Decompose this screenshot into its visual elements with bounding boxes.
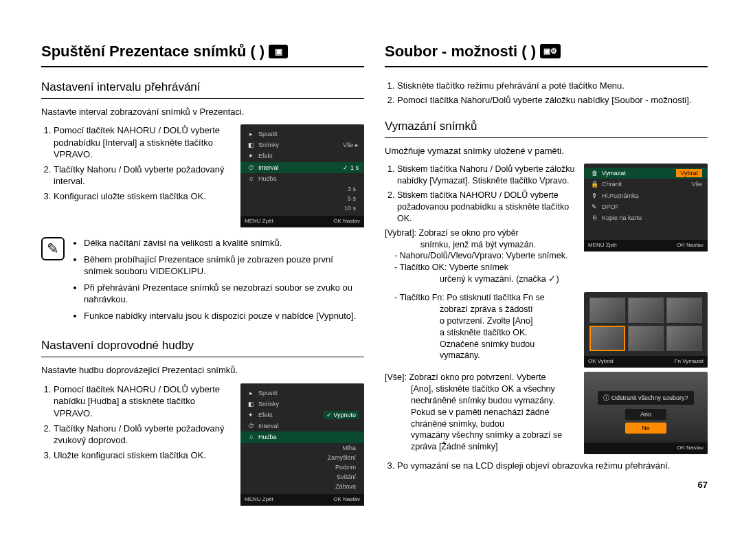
- delete-lcd: 🗑VymazatVybrat 🔒ChránitVše 🎙Hl.Poznámka …: [584, 164, 708, 251]
- music-step: Pomocí tlačítek NAHORU / DOLŮ vyberte na…: [54, 383, 232, 420]
- left-h1-text: Spuštění Prezentace snímků ( ): [41, 41, 265, 62]
- vse-line: Pokud se v paměti nenachází žádné chráně…: [411, 407, 576, 430]
- mic-icon: 🎙: [589, 192, 599, 200]
- file-options-icon: ▣⚙: [540, 44, 561, 58]
- interval-intro: Nastavte interval zobrazování snímků v P…: [41, 106, 364, 118]
- lock-icon: 🔒: [589, 180, 599, 188]
- page-number: 67: [385, 479, 708, 491]
- vybrat-line2: snímku, jenž má být vymazán.: [420, 239, 576, 251]
- dialog-question: ⓘ Odstranit všechny soubory?: [598, 391, 693, 405]
- music-icon: ♫: [246, 175, 256, 183]
- vybrat-label: [Vybrat]: Zobrazí se okno pro výběr: [385, 227, 519, 239]
- dpof-icon: ✎: [589, 203, 599, 211]
- music-step: Uložte konfiguraci stiskem tlačítka OK.: [54, 449, 232, 462]
- right-column: Soubor - možnosti ( ) ▣⚙ Stiskněte tlačí…: [385, 41, 708, 513]
- vse-line: [Ano], stiskněte tlačítko OK a všechny: [411, 383, 576, 395]
- effect-icon: ✦: [246, 411, 256, 419]
- effect-icon: ✦: [246, 152, 256, 160]
- confirm-dialog-lcd: ⓘ Odstranit všechny soubory? Ano Ne OK N…: [584, 372, 708, 454]
- images-icon: ◧: [246, 141, 256, 149]
- left-column: Spuštění Prezentace snímků ( ) ▣ Nastave…: [41, 41, 364, 513]
- note-item: Délka načítání závisí na velikosti a kva…: [84, 237, 364, 249]
- fn-line: Označené snímky budou: [440, 339, 576, 350]
- delete-step: Stiskem tlačítka Nahoru / Dolů vyberte z…: [397, 164, 576, 187]
- music-h2: Nastavení doprovodné hudby: [41, 338, 364, 357]
- music-step: Tlačítky Nahoru / Dolů vyberte požadovan…: [54, 423, 232, 447]
- interval-h2: Nastavení intervalu přehrávání: [41, 80, 364, 99]
- right-intro-list: Stiskněte tlačítko režimu přehrávání a p…: [385, 80, 708, 107]
- note-item: Funkce nabídky intervalu jsou k dispozic…: [84, 310, 364, 322]
- delete-step: Stiskem tlačítka NAHORU / DOLŮ vyberte p…: [397, 190, 576, 225]
- right-h1-text: Soubor - možnosti ( ): [385, 41, 536, 62]
- interval-steps: Pomocí tlačítek NAHORU / DOLŮ vyberte po…: [41, 124, 232, 202]
- interval-step: Tlačítky Nahoru / Dolů vyberte požadovan…: [54, 164, 232, 188]
- music-lcd: ▸Spustit ◧Snímky ✦Efekt✓ Vypnuto ⏱Interv…: [240, 383, 364, 506]
- vse-label: [Vše]: Zobrazí okno pro potvrzení. Vyber…: [385, 372, 546, 382]
- clock-icon: ⏱: [246, 164, 256, 172]
- delete-steps: Stiskem tlačítka Nahoru / Dolů vyberte z…: [385, 164, 576, 224]
- images-icon: ◧: [246, 400, 256, 408]
- note-item: Během probíhající Prezentace snímků je z…: [84, 254, 364, 278]
- intro-step: Stiskněte tlačítko režimu přehrávání a p…: [397, 80, 708, 92]
- vse-line: nechráněné snímky budou vymazány.: [411, 395, 576, 407]
- trash-icon: 🗑: [589, 169, 599, 177]
- interval-step: Konfiguraci uložte stiskem tlačítka OK.: [54, 190, 232, 203]
- right-h1: Soubor - možnosti ( ) ▣⚙: [385, 41, 708, 67]
- vybrat-dash: Nahoru/Dolů/Vlevo/Vpravo: Vyberte snímek…: [394, 250, 576, 262]
- delete-h2: Vymazání snímků: [385, 119, 708, 138]
- delete-steps-cont: Po vymazání se na LCD displeji objeví ob…: [385, 460, 708, 472]
- clock-icon: ⏱: [246, 422, 256, 430]
- music-intro: Nastavte hudbu doprovázející Prezentaci …: [41, 364, 364, 377]
- note-item: Při přehrávání Prezentace snímků se nezo…: [84, 282, 364, 306]
- intro-step: Pomocí tlačítka Nahoru/Dolů vyberte zálo…: [397, 94, 708, 107]
- vybrat-mark: určený k vymazání. (značka ✓): [440, 273, 576, 285]
- dialog-yes: Ano: [625, 409, 666, 420]
- fn-line: a stiskněte tlačítko OK.: [440, 327, 576, 339]
- vybrat-dash: Tlačítko OK: Vyberte snímek: [394, 262, 576, 273]
- left-h1: Spuštění Prezentace snímků ( ) ▣: [41, 41, 364, 67]
- play-icon: ▸: [246, 130, 256, 138]
- fn-line: Tlačítko Fn: Po stisknutí tlačítka Fn se: [394, 292, 576, 304]
- interval-lcd: ▸Spustit ◧SnímkyVše ▸ ✦Efekt ⏱Interval✓ …: [240, 124, 364, 227]
- copy-icon: ⎘: [589, 214, 599, 222]
- fn-line: o potvrzení. Zvolte [Ano]: [440, 315, 576, 327]
- music-icon: ♫: [246, 433, 256, 441]
- note-icon: ✎: [41, 237, 65, 260]
- play-icon: ▸: [246, 389, 256, 397]
- thumbnail-lcd: OK VybratFn Vymazat: [584, 292, 708, 368]
- fn-line: zobrazí zpráva s žádostí: [440, 304, 576, 315]
- interval-step: Pomocí tlačítek NAHORU / DOLŮ vyberte po…: [54, 124, 232, 161]
- music-steps: Pomocí tlačítek NAHORU / DOLŮ vyberte na…: [41, 383, 232, 461]
- dialog-no: Ne: [625, 423, 666, 434]
- slideshow-icon: ▣: [269, 45, 288, 58]
- delete-step3: Po vymazání se na LCD displeji objeví ob…: [397, 460, 708, 472]
- fn-line: vymazány.: [440, 350, 576, 361]
- note-box: ✎ Délka načítání závisí na velikosti a k…: [41, 237, 364, 326]
- vse-line: vymazány všechny snímky a zobrazí se zpr…: [411, 429, 576, 453]
- delete-intro: Umožňuje vymazat snímky uložené v paměti…: [385, 145, 708, 157]
